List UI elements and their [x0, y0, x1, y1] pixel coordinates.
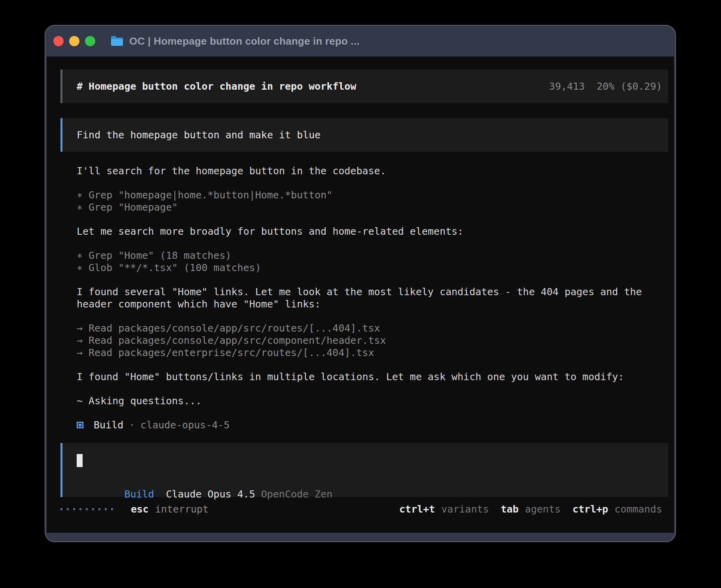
- shortcut-label: variants: [441, 503, 489, 515]
- shortcut-key: ctrl+t: [399, 503, 435, 515]
- session-stats: 39,41320% ($0.29): [549, 80, 662, 92]
- assistant-message: I found several "Home" links. Let me loo…: [77, 286, 658, 310]
- arrow-right-icon: →: [77, 347, 89, 359]
- shortcut-commands: ctrl+pcommands: [572, 503, 662, 515]
- spinner-dot: [92, 508, 94, 510]
- assistant-message: I'll search for the homepage button in t…: [77, 165, 658, 177]
- asterisk-icon: ∗: [77, 249, 89, 262]
- tool-call-text: Grep "Homepage": [89, 202, 178, 213]
- tool-call-line: →Read packages/console/app/src/routes/[.…: [77, 322, 668, 334]
- session-title: # Homepage button color change in repo w…: [77, 80, 356, 92]
- terminal-content: # Homepage button color change in repo w…: [47, 57, 674, 533]
- tool-call-text: Glob "**/*.tsx" (100 matches): [89, 262, 261, 273]
- spinner-dot: [105, 508, 107, 510]
- tool-call-text: Read packages/console/app/src/component/…: [89, 335, 386, 346]
- assistant-message: I found "Home" buttons/links in multiple…: [77, 371, 658, 383]
- asterisk-icon: ∗: [77, 189, 89, 201]
- input-provider-name: OpenCode Zen: [261, 488, 332, 500]
- token-count: 39,413: [549, 81, 585, 92]
- tool-call-line: ∗Grep "Home" (18 matches): [77, 249, 668, 262]
- user-message: Find the homepage button and make it blu…: [60, 118, 668, 152]
- tool-call-text: Read packages/enterprise/src/routes/[...…: [89, 347, 374, 358]
- asterisk-icon: ∗: [77, 262, 89, 274]
- spinner-dot: [67, 508, 69, 510]
- context-cost: 20% ($0.29): [596, 81, 662, 92]
- status-left: esc interrupt: [60, 503, 209, 515]
- spinner-dots: [60, 508, 117, 510]
- input-agent-name: Build: [124, 488, 154, 500]
- arrow-right-icon: →: [77, 334, 89, 347]
- spinner-dot: [111, 508, 113, 510]
- asterisk-icon: ∗: [77, 201, 89, 213]
- titlebar: OC | Homepage button color change in rep…: [45, 26, 675, 57]
- shortcut-variants: ctrl+tvariants: [399, 503, 489, 515]
- agent-status-row: Build · claude-opus-4-5: [77, 419, 668, 431]
- status-right: ctrl+tvariants tabagents ctrl+pcommands: [387, 503, 662, 515]
- esc-label: interrupt: [155, 503, 208, 515]
- tool-call-text: Grep "Home" (18 matches): [89, 250, 231, 261]
- shortcut-key: tab: [501, 503, 519, 515]
- tool-call-line: ∗Grep "homepage|home.*button|Home.*butto…: [77, 189, 668, 201]
- agent-badge-icon: [77, 422, 83, 428]
- session-header: # Homepage button color change in repo w…: [60, 70, 668, 103]
- agent-name: Build: [94, 419, 123, 431]
- spinner-dot: [79, 508, 81, 510]
- tool-call-line: →Read packages/enterprise/src/routes/[..…: [77, 347, 668, 359]
- status-bar: esc interrupt ctrl+tvariants tabagents c…: [60, 503, 668, 515]
- spinner-dot: [86, 508, 88, 510]
- shortcut-label: commands: [615, 503, 662, 515]
- tool-call-text: Read packages/console/app/src/routes/[..…: [89, 322, 380, 334]
- tool-call-group: →Read packages/console/app/src/routes/[.…: [77, 322, 668, 359]
- working-status: ~ Asking questions...: [77, 395, 658, 407]
- zoom-button[interactable]: [85, 36, 95, 46]
- arrow-right-icon: →: [77, 322, 89, 334]
- tool-call-text: Grep "homepage|home.*button|Home.*button…: [89, 189, 332, 201]
- tool-call-group: ∗Grep "homepage|home.*button|Home.*butto…: [77, 189, 668, 213]
- esc-key: esc: [131, 503, 149, 515]
- shortcut-key: ctrl+p: [572, 503, 608, 515]
- minimize-button[interactable]: [69, 36, 79, 46]
- shortcut-label: agents: [525, 503, 561, 515]
- input-model-name: Claude Opus 4.5: [166, 488, 255, 500]
- separator-dot: ·: [129, 419, 135, 431]
- close-button[interactable]: [53, 36, 64, 46]
- tool-call-line: →Read packages/console/app/src/component…: [77, 334, 668, 347]
- terminal-window: OC | Homepage button color change in rep…: [45, 25, 676, 542]
- tool-call-line: ∗Glob "**/*.tsx" (100 matches): [77, 262, 668, 274]
- spinner-dot: [98, 508, 100, 510]
- window-title: OC | Homepage button color change in rep…: [129, 35, 360, 47]
- user-message-text: Find the homepage button and make it blu…: [77, 129, 321, 141]
- folder-icon: [110, 36, 124, 47]
- tool-call-line: ∗Grep "Homepage": [77, 201, 668, 213]
- tool-call-group: ∗Grep "Home" (18 matches) ∗Glob "**/*.ts…: [77, 249, 668, 274]
- spinner-dot: [60, 508, 62, 510]
- prompt-input[interactable]: BuildClaude Opus 4.5OpenCode Zen: [60, 443, 668, 497]
- model-id: claude-opus-4-5: [140, 419, 230, 431]
- text-cursor: [77, 454, 83, 467]
- shortcut-agents: tabagents: [501, 503, 561, 515]
- assistant-message: Let me search more broadly for buttons a…: [77, 225, 658, 237]
- spinner-dot: [73, 508, 75, 510]
